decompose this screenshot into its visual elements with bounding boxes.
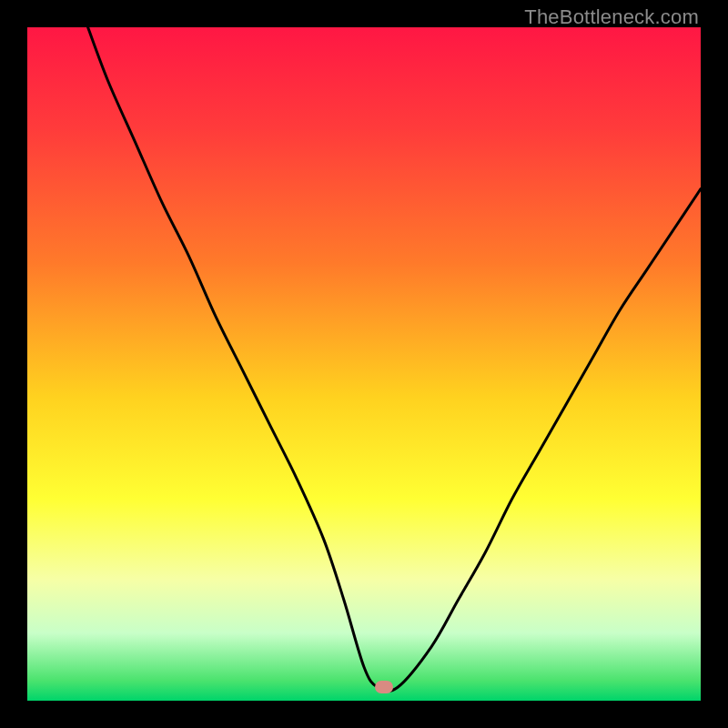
optimal-point-marker — [375, 681, 393, 693]
chart-frame: TheBottleneck.com — [0, 0, 728, 728]
plot-area — [27, 27, 701, 701]
watermark-text: TheBottleneck.com — [524, 5, 699, 29]
bottleneck-curve — [27, 27, 701, 701]
